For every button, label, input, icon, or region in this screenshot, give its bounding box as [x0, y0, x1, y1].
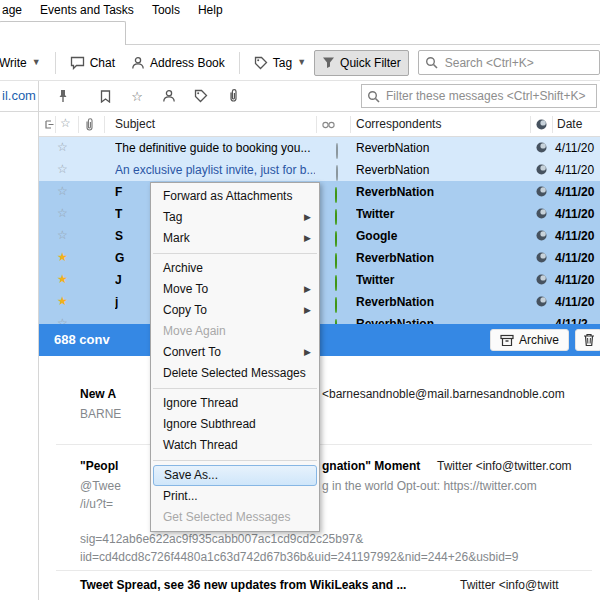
email-subject: An exclusive playlist invite, just for b…: [115, 163, 315, 177]
unread-dot-icon[interactable]: [335, 188, 337, 202]
archive-icon: [500, 334, 514, 347]
write-button[interactable]: Write ▼: [0, 50, 49, 76]
message-snippet: iid=cd4dcd8c726f4480a1c63d742d67b36b&uid…: [80, 550, 519, 564]
menu-item-convert-to[interactable]: Convert To▶: [151, 342, 319, 363]
email-correspondent: Google: [356, 229, 526, 243]
junk-moon-icon[interactable]: [536, 296, 547, 307]
chat-button[interactable]: Chat: [62, 50, 123, 76]
account-name[interactable]: il.com: [2, 88, 36, 103]
email-correspondent: ReverbNation: [356, 251, 526, 265]
filter-messages-input[interactable]: [361, 84, 597, 108]
mail-toolbar: Write ▼ Chat Address Book Tag ▼ Quick Fi…: [0, 45, 600, 81]
star-icon[interactable]: ★: [57, 250, 68, 264]
tag-button-label: Tag: [273, 56, 292, 70]
thread-column-headers: ☆ Subject Correspondents Date: [39, 112, 600, 137]
email-row[interactable]: ☆ The definitive guide to booking you...…: [39, 137, 600, 159]
menu-tools[interactable]: Tools: [143, 1, 189, 19]
chevron-down-icon: ▼: [297, 58, 306, 67]
junk-moon-icon[interactable]: [536, 164, 547, 175]
tab-active[interactable]: [0, 21, 126, 45]
junk-moon-icon[interactable]: [536, 252, 547, 263]
menu-item-ignore-subthread[interactable]: Ignore Subthread: [151, 414, 319, 435]
unread-dot-icon[interactable]: [335, 254, 337, 268]
unread-dot-icon[interactable]: [335, 298, 337, 312]
toolbar-separator: [55, 52, 56, 74]
message-subject[interactable]: New A: [80, 387, 116, 401]
unread-dot-icon[interactable]: [335, 232, 337, 246]
menu-events-and-tasks[interactable]: Events and Tasks: [31, 1, 143, 19]
menu-item-mark[interactable]: Mark▶: [151, 228, 319, 249]
star-icon[interactable]: ☆: [57, 206, 68, 220]
filter-tag-icon[interactable]: [189, 85, 213, 107]
column-date[interactable]: Date: [557, 117, 582, 131]
junk-moon-icon[interactable]: [536, 142, 547, 153]
menu-item-archive[interactable]: Archive: [151, 258, 319, 279]
menu-item-delete-selected-messages[interactable]: Delete Selected Messages: [151, 363, 319, 384]
trash-icon: [583, 333, 595, 347]
chat-button-label: Chat: [90, 56, 115, 70]
menu-help[interactable]: Help: [189, 1, 232, 19]
search-input[interactable]: [418, 50, 600, 75]
column-junk-moon-icon[interactable]: [536, 119, 547, 130]
star-icon[interactable]: ☆: [57, 184, 68, 198]
sticky-pin-icon[interactable]: [51, 85, 75, 107]
menu-message[interactable]: age: [0, 1, 31, 19]
read-dot-icon[interactable]: [335, 166, 339, 180]
submenu-arrow-icon: ▶: [304, 207, 311, 228]
filter-starred-icon[interactable]: ☆: [125, 85, 149, 107]
message-subject[interactable]: "Peopl: [80, 459, 118, 473]
email-date: 4/11/20: [555, 229, 594, 243]
star-icon[interactable]: ★: [57, 272, 68, 286]
menu-item-tag[interactable]: Tag▶: [151, 207, 319, 228]
junk-moon-icon[interactable]: [536, 274, 547, 285]
star-icon[interactable]: ☆: [57, 162, 68, 176]
unread-dot-icon[interactable]: [335, 276, 337, 290]
email-row[interactable]: ☆ An exclusive playlist invite, just for…: [39, 159, 600, 181]
column-correspondents[interactable]: Correspondents: [356, 117, 441, 131]
junk-moon-icon[interactable]: [536, 208, 547, 219]
column-subject[interactable]: Subject: [115, 117, 155, 131]
menu-item-forward-as-attachments[interactable]: Forward as Attachments: [151, 186, 319, 207]
funnel-icon: [322, 56, 335, 69]
menu-item-save-as[interactable]: Save As...: [153, 465, 317, 486]
quick-filter-button[interactable]: Quick Filter: [314, 50, 409, 76]
message-subject[interactable]: Tweet Spread, see 36 new updates from Wi…: [80, 578, 406, 592]
quick-filter-button-label: Quick Filter: [340, 56, 401, 70]
email-subject: The definitive guide to booking you...: [115, 141, 315, 155]
message-snippet: /i/u?t=: [80, 497, 113, 511]
thunderbird-window: age Events and Tasks Tools Help Write ▼ …: [0, 0, 600, 600]
junk-moon-icon[interactable]: [536, 230, 547, 241]
menu-item-watch-thread[interactable]: Watch Thread: [151, 435, 319, 456]
archive-button[interactable]: Archive: [490, 329, 569, 351]
filter-attachment-icon[interactable]: [221, 85, 245, 107]
address-book-button[interactable]: Address Book: [123, 50, 233, 76]
email-date: 4/11/20: [555, 163, 594, 177]
email-correspondent: Twitter: [356, 273, 526, 287]
star-icon[interactable]: ★: [57, 294, 68, 308]
menu-item-ignore-thread[interactable]: Ignore Thread: [151, 393, 319, 414]
column-unread-icon[interactable]: [322, 121, 336, 129]
menu-item-move-to[interactable]: Move To▶: [151, 279, 319, 300]
archive-button-label: Archive: [519, 333, 559, 347]
message-divider: [56, 570, 592, 571]
message-subject[interactable]: gnation" Moment: [322, 459, 420, 473]
junk-moon-icon[interactable]: [536, 186, 547, 197]
menu-item-print[interactable]: Print...: [151, 486, 319, 507]
star-icon[interactable]: ☆: [57, 140, 68, 154]
submenu-arrow-icon: ▶: [304, 300, 311, 321]
column-star-icon[interactable]: ☆: [60, 116, 71, 130]
tag-icon: [254, 56, 268, 70]
star-icon[interactable]: ☆: [57, 228, 68, 242]
filter-unread-icon[interactable]: [93, 85, 117, 107]
chat-icon: [70, 56, 85, 70]
tag-button[interactable]: Tag ▼: [246, 50, 314, 76]
filter-contact-icon[interactable]: [157, 85, 181, 107]
email-date: 4/11/20: [555, 251, 594, 265]
column-attachment-icon[interactable]: [83, 118, 96, 132]
delete-button[interactable]: [575, 329, 600, 351]
menu-item-copy-to[interactable]: Copy To▶: [151, 300, 319, 321]
unread-dot-icon[interactable]: [335, 210, 337, 224]
global-search: [418, 50, 600, 75]
read-dot-icon[interactable]: [335, 144, 339, 158]
email-date: 4/11/20: [555, 141, 594, 155]
